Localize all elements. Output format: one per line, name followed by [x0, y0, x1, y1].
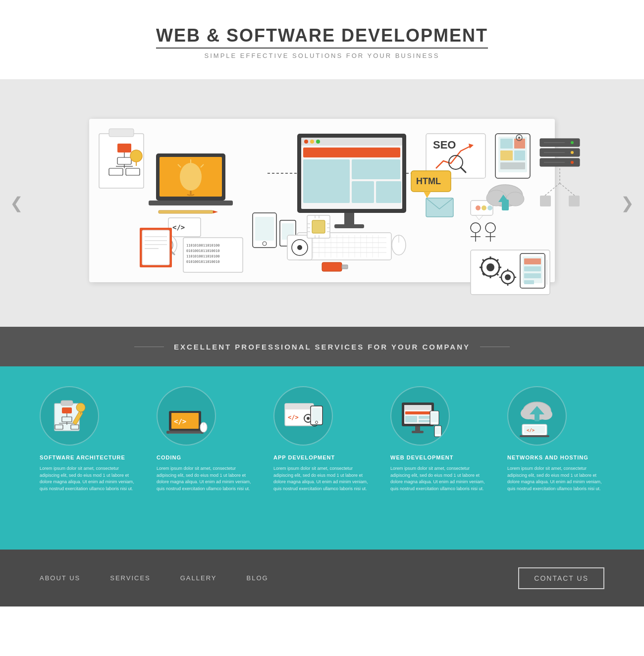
svg-rect-56 [334, 224, 364, 228]
svg-rect-55 [344, 213, 354, 225]
svg-rect-203 [419, 416, 430, 419]
svg-line-121 [560, 183, 575, 196]
hero-svg: </> 1101010011010100 0101001011010010 11… [59, 104, 585, 302]
svg-rect-189 [285, 404, 314, 409]
svg-rect-165 [524, 273, 541, 278]
header: WEB & SOFTWARE DEVELOPMENT SIMPLE EFFECT… [0, 0, 644, 79]
svg-text:</>: </> [174, 417, 186, 425]
svg-rect-21 [159, 210, 213, 213]
svg-point-47 [304, 140, 308, 144]
svg-text:1101010011010100: 1101010011010100 [186, 244, 219, 248]
footer-nav-gallery[interactable]: GALLERY [180, 574, 217, 582]
svg-rect-104 [514, 139, 525, 149]
contact-us-button[interactable]: CONTACT US [518, 567, 604, 589]
service-icon-coding: </> [157, 386, 216, 446]
svg-rect-2 [109, 129, 134, 137]
banner-line-left [134, 347, 164, 347]
hero-illustration: </> 1101010011010100 0101001011010010 11… [50, 99, 594, 307]
svg-rect-206 [412, 431, 424, 433]
services-banner: EXCELLENT PROFESSIONAL SERVICES FOR YOUR… [0, 327, 644, 366]
service-item-software-architecture: SOFTWARE ARCHITECTURE Lorem ipsum dolor … [30, 386, 147, 492]
svg-text:0101001011010010: 0101001011010010 [186, 249, 219, 253]
banner-line-right [480, 347, 510, 347]
footer: ABOUT US SERVICES GALLERY BLOG CONTACT U… [0, 550, 644, 606]
prev-arrow[interactable]: ❮ [10, 194, 23, 212]
svg-point-130 [482, 205, 486, 210]
next-arrow[interactable]: ❯ [621, 194, 634, 212]
svg-rect-208 [431, 412, 438, 422]
svg-rect-51 [303, 159, 350, 203]
svg-rect-166 [524, 280, 534, 284]
svg-rect-105 [500, 151, 513, 160]
svg-point-49 [316, 140, 320, 144]
service-desc-0: Lorem ipsum dolor sit amet, consectetur … [40, 465, 137, 492]
svg-text:</>: </> [527, 428, 535, 433]
footer-nav-blog[interactable]: BLOG [246, 574, 268, 582]
svg-rect-50 [303, 148, 400, 157]
svg-point-48 [310, 140, 314, 144]
service-item-web-development: WEB DEVELOPMENT Lorem ipsum dolor sit am… [380, 386, 497, 492]
service-desc-3: Lorem ipsum dolor sit amet, consectetur … [390, 465, 487, 492]
svg-rect-170 [62, 407, 72, 413]
svg-rect-106 [514, 151, 525, 160]
svg-rect-40 [255, 217, 274, 241]
service-desc-4: Lorem ipsum dolor sit amet, consectetur … [507, 465, 604, 492]
service-icon-web-development [390, 386, 450, 446]
svg-rect-82 [322, 262, 342, 271]
svg-rect-54 [376, 181, 401, 203]
svg-rect-20 [149, 201, 233, 205]
svg-rect-107 [500, 162, 525, 169]
service-title-3: WEB DEVELOPMENT [390, 454, 453, 460]
service-icon-software-architecture [40, 386, 99, 446]
svg-point-115 [571, 161, 574, 164]
svg-text:</>: </> [172, 223, 185, 231]
services-banner-text: EXCELLENT PROFESSIONAL SERVICES FOR YOUR… [174, 343, 470, 351]
svg-rect-123 [569, 196, 580, 206]
service-title-2: APP DEVELOPMENT [273, 454, 335, 460]
svg-rect-200 [404, 405, 431, 410]
svg-rect-103 [500, 139, 513, 149]
svg-rect-122 [540, 196, 551, 206]
svg-point-141 [506, 192, 524, 206]
svg-point-146 [486, 263, 494, 271]
service-desc-1: Lorem ipsum dolor sit amet, consectetur … [157, 465, 254, 492]
service-desc-2: Lorem ipsum dolor sit amet, consectetur … [273, 465, 371, 492]
svg-rect-169 [61, 401, 73, 405]
service-title-1: CODING [157, 454, 181, 460]
svg-text:SEO: SEO [433, 139, 456, 151]
services-section: SOFTWARE ARCHITECTURE Lorem ipsum dolor … [0, 366, 644, 550]
svg-rect-163 [524, 258, 541, 264]
svg-point-179 [76, 403, 85, 412]
svg-rect-204 [419, 420, 430, 422]
svg-rect-202 [405, 416, 417, 422]
page-title: WEB & SOFTWARE DEVELOPMENT [156, 25, 488, 46]
footer-nav-about[interactable]: ABOUT US [40, 574, 80, 582]
svg-text:</>: </> [288, 414, 299, 421]
svg-rect-201 [405, 411, 430, 414]
footer-nav-services[interactable]: SERVICES [110, 574, 151, 582]
svg-point-156 [505, 274, 511, 280]
svg-point-11 [130, 150, 142, 162]
service-title-4: NETWORKS AND HOSTING [507, 454, 589, 460]
svg-point-109 [518, 137, 520, 139]
svg-rect-3 [117, 144, 131, 152]
svg-point-131 [487, 205, 492, 210]
service-item-networks-hosting: </> NETWORKS AND HOSTING Lorem ipsum dol… [497, 386, 614, 492]
svg-rect-196 [312, 408, 321, 421]
hero-section: ❮ [0, 79, 644, 327]
page-subtitle: SIMPLE EFFECTIVE SOLUTIONS FOR YOUR BUSI… [205, 52, 440, 59]
svg-text:1101010011010100: 1101010011010100 [186, 254, 219, 258]
svg-rect-34 [142, 230, 169, 265]
service-item-app-development: </> APP DEVELOPMENT Lorem ipsum dolor si… [264, 386, 380, 492]
svg-rect-83 [342, 265, 348, 269]
svg-rect-205 [415, 426, 420, 431]
svg-point-114 [571, 151, 574, 154]
svg-text:0101001011010010: 0101001011010010 [186, 260, 219, 264]
svg-text:HTML: HTML [416, 176, 441, 186]
svg-rect-210 [435, 427, 440, 434]
footer-nav: ABOUT US SERVICES GALLERY BLOG [40, 574, 268, 582]
service-icon-networks-hosting: </> [507, 386, 567, 446]
svg-rect-53 [352, 181, 374, 203]
svg-rect-164 [524, 266, 541, 271]
svg-point-113 [571, 141, 574, 144]
